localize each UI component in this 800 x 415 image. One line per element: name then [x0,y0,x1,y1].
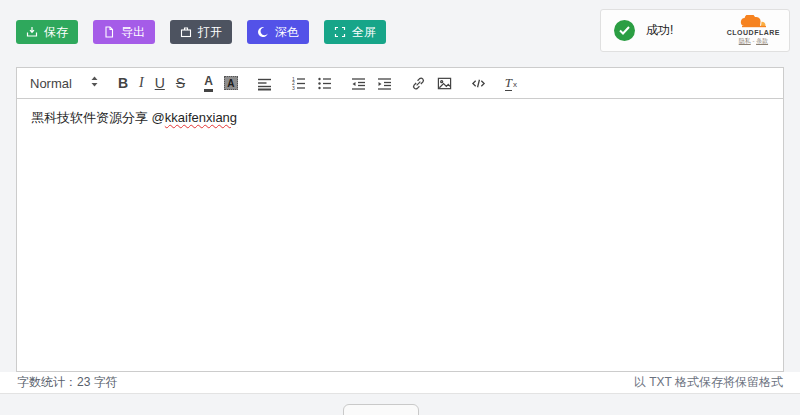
outdent-icon [351,76,366,91]
dark-mode-label: 深色 [275,24,299,41]
export-file-icon [103,26,115,38]
format-note: 以 TXT 格式保存将保留格式 [634,374,783,391]
word-count: 字数统计：23 字符 [17,374,118,391]
format-select[interactable]: Normal [30,74,99,92]
bullet-list-button[interactable] [317,76,332,91]
strikethrough-button[interactable]: S [176,76,185,90]
save-icon [26,26,38,38]
turnstile-widget: 成功! CLOUDFLARE 隐私 - 条款 [600,9,790,52]
moon-icon [257,26,269,38]
success-check-icon [614,20,635,41]
save-label: 保存 [44,24,68,41]
mention-text: kkaifenxiang [165,110,237,125]
status-bar: 字数统计：23 字符 以 TXT 格式保存将保留格式 [0,372,800,394]
open-button[interactable]: 打开 [170,20,232,44]
save-button[interactable]: 保存 [16,20,78,44]
outdent-button[interactable] [351,76,366,91]
export-button[interactable]: 导出 [93,20,155,44]
align-icon [257,76,272,91]
terms-link[interactable]: 条款 [756,38,768,44]
ordered-list-icon: 123 [291,76,306,91]
bold-button[interactable]: B [118,76,128,90]
italic-button[interactable]: I [139,76,144,90]
svg-text:3: 3 [292,84,295,90]
dark-mode-button[interactable]: 深色 [247,20,309,44]
align-button[interactable] [257,76,272,91]
link-icon [411,76,426,91]
clear-format-button[interactable]: Tx [505,75,517,91]
fullscreen-icon [334,26,346,38]
editor-toolbar: Normal B I U S A A [17,68,783,99]
open-label: 打开 [198,24,222,41]
link-separator: - [752,38,754,44]
underline-button[interactable]: U [155,76,165,90]
code-icon [471,76,486,91]
highlight-color-button[interactable]: A [224,76,238,90]
export-label: 导出 [121,24,145,41]
page: { "top_toolbar": { "buttons": [ { "label… [0,0,800,415]
image-icon [437,76,452,91]
turnstile-status-text: 成功! [646,22,673,39]
fullscreen-label: 全屏 [352,24,376,41]
cloudflare-logo-icon [727,15,780,29]
indent-icon [377,76,392,91]
editor-text: 黑科技软件资源分享 @ [31,110,165,125]
privacy-link[interactable]: 隐私 [739,38,751,44]
editor-content[interactable]: 黑科技软件资源分享 @kkaifenxiang [17,99,783,371]
turnstile-links: 隐私 - 条款 [727,38,780,46]
top-toolbar: 保存 导出 打开 深色 全屏 [16,20,386,44]
text-color-button[interactable]: A [204,74,213,92]
editor-paragraph: 黑科技软件资源分享 @kkaifenxiang [31,109,769,127]
fullscreen-button[interactable]: 全屏 [324,20,386,44]
code-button[interactable] [471,76,486,91]
image-button[interactable] [437,76,452,91]
chevron-updown-icon [90,74,99,92]
cloudflare-wordmark: CLOUDFLARE [727,29,780,38]
cloudflare-brand: CLOUDFLARE 隐私 - 条款 [727,15,780,45]
bullet-list-icon [317,76,332,91]
bottom-partial-element[interactable] [343,404,419,415]
format-select-label: Normal [30,76,72,91]
link-button[interactable] [411,76,426,91]
indent-button[interactable] [377,76,392,91]
clear-format-icon: Tx [505,75,517,91]
editor-panel: Normal B I U S A A [16,67,784,372]
ordered-list-button[interactable]: 123 [291,76,306,91]
open-briefcase-icon [180,26,192,38]
